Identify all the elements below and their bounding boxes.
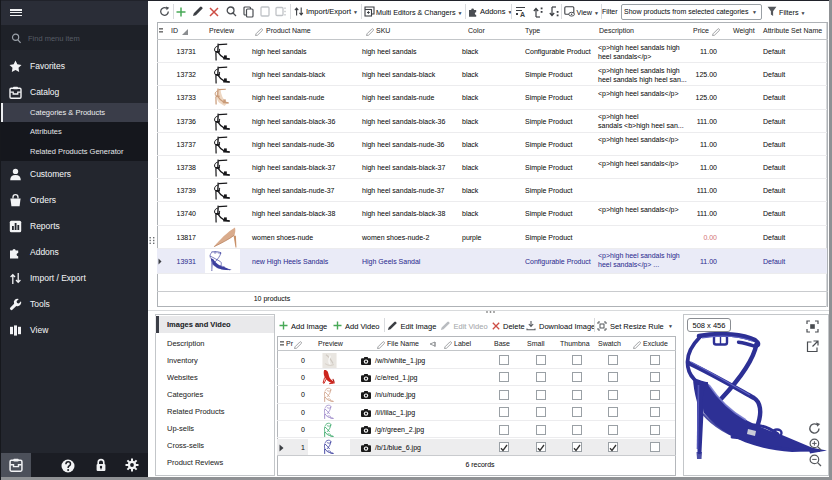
svg-text:A: A [520,11,525,18]
